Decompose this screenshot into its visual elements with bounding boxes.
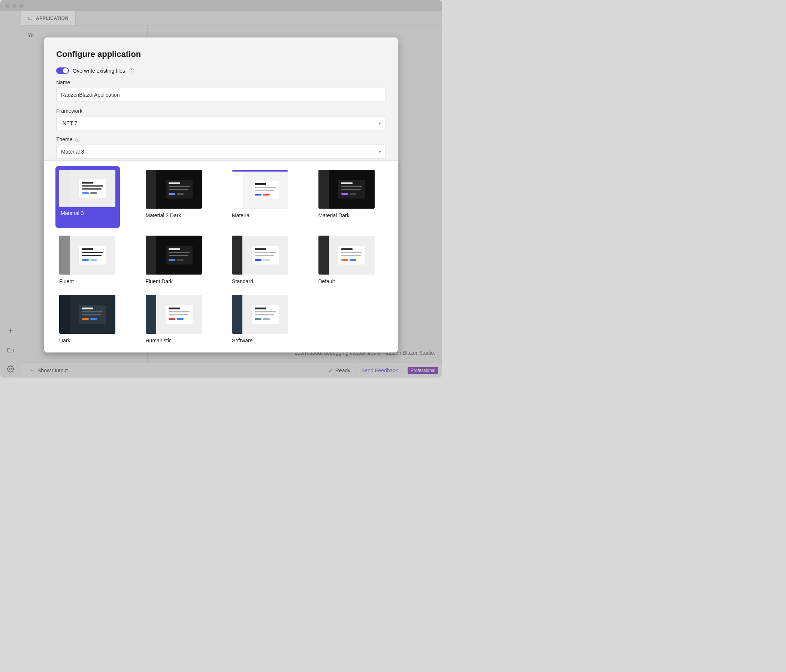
overwrite-row: Overwrite existing files ?	[56, 68, 386, 74]
help-icon[interactable]: ?	[75, 137, 80, 142]
theme-option-material-3-dark[interactable]: Material 3 Dark	[146, 170, 211, 225]
theme-option-fluent[interactable]: Fluent	[59, 236, 124, 284]
framework-value: .NET 7	[61, 120, 77, 126]
theme-value: Material 3	[61, 149, 84, 155]
theme-option-humanistic[interactable]: Humanistic	[146, 295, 211, 344]
theme-label: Theme ?	[56, 137, 386, 142]
name-input[interactable]: RadzenBlazorApplication	[56, 88, 386, 102]
theme-option-material-dark[interactable]: Material Dark	[318, 170, 383, 225]
dialog-title: Configure application	[56, 49, 386, 59]
theme-option-label: Material	[232, 212, 297, 218]
theme-option-label: Dark	[59, 338, 124, 344]
theme-option-material-3[interactable]: Material 3	[59, 170, 124, 225]
theme-option-label: Fluent	[59, 278, 124, 284]
app-window: APPLICATION Yo Learn about debugging cap…	[0, 0, 442, 378]
theme-option-label: Software	[232, 338, 297, 344]
help-icon[interactable]: ?	[129, 68, 134, 74]
theme-option-label: Humanistic	[146, 338, 211, 344]
theme-option-standard[interactable]: Standard	[232, 236, 297, 284]
theme-option-fluent-dark[interactable]: Fluent Dark	[146, 236, 211, 284]
chevron-down-icon: ▾	[379, 121, 381, 126]
theme-option-label: Fluent Dark	[146, 278, 211, 284]
configure-application-dialog: Configure application Overwrite existing…	[44, 38, 398, 352]
modal-overlay: Configure application Overwrite existing…	[0, 0, 442, 378]
name-label: Name	[56, 79, 386, 85]
theme-option-default[interactable]: Default	[318, 236, 383, 284]
theme-option-dark[interactable]: Dark	[59, 295, 124, 344]
theme-grid: Material 3 Material 3 Dark	[59, 170, 383, 344]
framework-label: Framework	[56, 108, 386, 114]
name-value: RadzenBlazorApplication	[61, 92, 119, 98]
theme-option-label: Standard	[232, 278, 297, 284]
theme-option-label: Material Dark	[318, 212, 383, 218]
theme-option-label: Default	[318, 278, 383, 284]
theme-option-label: Material 3 Dark	[146, 212, 211, 218]
theme-option-material[interactable]: Material	[232, 170, 297, 225]
framework-select[interactable]: .NET 7 ▾	[56, 116, 386, 130]
overwrite-label: Overwrite existing files	[73, 68, 125, 74]
theme-option-software[interactable]: Software	[232, 295, 297, 344]
theme-select[interactable]: Material 3 ▾	[56, 144, 386, 159]
chevron-down-icon: ▾	[379, 149, 381, 154]
theme-dropdown-panel: Material 3 Material 3 Dark	[44, 160, 398, 352]
overwrite-toggle[interactable]	[56, 68, 69, 74]
theme-option-label: Material 3	[61, 210, 116, 216]
